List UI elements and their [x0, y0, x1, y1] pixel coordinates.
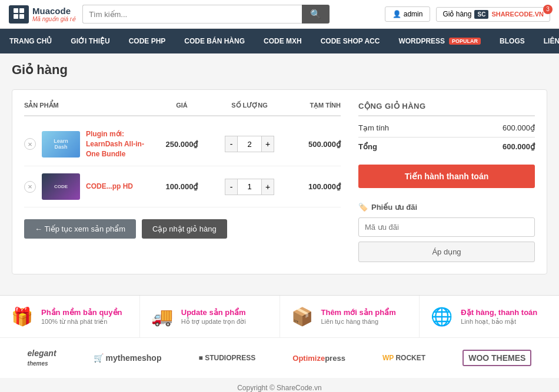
footer: Copyright © ShareCode.vn — [0, 378, 559, 392]
partner-mytheme: 🛒 mythemeshop — [94, 353, 162, 363]
search-button[interactable]: 🔍 — [302, 5, 330, 24]
svg-rect-3 — [19, 14, 24, 19]
nav-trangchu[interactable]: TRANG CHỦ — [0, 29, 61, 53]
qty-plus-1[interactable]: + — [261, 136, 274, 152]
qty-minus-2[interactable]: - — [225, 179, 238, 195]
partners-section: elegantthemes 🛒 mythemeshop ■ STUDIOPRES… — [0, 337, 559, 378]
qty-minus-1[interactable]: - — [225, 136, 238, 152]
nav-wordpress[interactable]: WORDPRESS POPULAR — [389, 29, 490, 53]
feature-icon-2: 📦 — [289, 306, 315, 327]
coupon-input[interactable] — [358, 217, 535, 237]
summary-title: CỘNG GIỎ HÀNG — [358, 102, 535, 116]
table-row: × CODE CODE...pp HD 100.000₫ - + 100.000… — [24, 166, 341, 207]
product-qty-cell-1: - + — [211, 136, 288, 152]
feature-text-0: Phần mềm bản quyền 100% từ nhà phát triể… — [41, 308, 122, 326]
cart-button[interactable]: Giỏ hàng 3 SC SHARECODE.VN — [436, 7, 550, 22]
cart-container: SẢN PHẨM GIÁ SỐ LƯỢNG TẠM TÍNH × LearnDa… — [12, 89, 547, 274]
product-img-label-1: LearnDash — [42, 131, 80, 158]
product-name-1: Plugin mới: LearnDash All-in-One Bundle — [86, 129, 152, 159]
nav-gioithieu[interactable]: GIỚI THIỆU — [61, 29, 119, 53]
product-price-2: 100.000₫ — [152, 182, 211, 191]
feature-text-1: Update sản phẩm Hỗ trợ update trọn đời — [181, 308, 246, 326]
nav-lienhe[interactable]: LIÊN HỆ — [534, 29, 559, 53]
logo-text-container: Muacode Mã nguồn giá rẻ — [32, 6, 75, 22]
feature-icon-3: 🌐 — [428, 306, 455, 327]
feature-desc-2: Liên tục hàng tháng — [321, 318, 396, 326]
product-cell-1: × LearnDash Plugin mới: LearnDash All-in… — [24, 129, 152, 159]
feature-item-0: 🎁 Phần mềm bản quyền 100% từ nhà phát tr… — [0, 296, 140, 337]
coupon-label: 🏷️ Phiếu ưu đãi — [358, 203, 535, 212]
nav-codemxh[interactable]: CODE MXH — [254, 29, 311, 53]
qty-input-1[interactable] — [238, 136, 261, 152]
remove-item-2-button[interactable]: × — [24, 181, 36, 193]
feature-icon-1: 🚚 — [149, 306, 175, 327]
header-right: 👤 admin Giỏ hàng 3 SC SHARECODE.VN — [385, 6, 550, 22]
coupon-section: 🏷️ Phiếu ưu đãi Áp dụng — [358, 203, 535, 262]
header: Muacode Mã nguồn giá rẻ 🔍 👤 admin Giỏ hà… — [0, 0, 559, 29]
feature-item-2: 📦 Thêm mới sản phẩm Liên tục hàng tháng — [280, 296, 420, 337]
partner-woothemes: WOO THEMES — [462, 350, 531, 366]
navigation: TRANG CHỦ GIỚI THIỆU CODE PHP CODE BÁN H… — [0, 29, 559, 53]
cart-logo: SC — [474, 10, 488, 19]
total-value: 600.000₫ — [503, 142, 535, 151]
subtotal-label: Tạm tính — [358, 123, 389, 132]
feature-desc-0: 100% từ nhà phát triển — [41, 318, 122, 326]
feature-text-3: Đặt hàng, thanh toán Linh hoạt, bảo mật — [461, 308, 537, 326]
page-title: Giỏ hàng — [12, 62, 547, 78]
logo[interactable]: Muacode Mã nguồn giá rẻ — [9, 5, 75, 24]
cart-table: SẢN PHẨM GIÁ SỐ LƯỢNG TẠM TÍNH × LearnDa… — [24, 102, 341, 262]
feature-title-2: Thêm mới sản phẩm — [321, 308, 396, 317]
subtotal-value: 600.000₫ — [503, 123, 535, 132]
col-total: TẠM TÍNH — [288, 102, 341, 109]
product-cell-2: × CODE CODE...pp HD — [24, 173, 152, 200]
checkout-button[interactable]: Tiến hành thanh toán — [358, 165, 535, 188]
qty-input-2[interactable] — [238, 179, 261, 195]
nav-codephp[interactable]: CODE PHP — [119, 29, 175, 53]
cart-table-header: SẢN PHẨM GIÁ SỐ LƯỢNG TẠM TÍNH — [24, 102, 341, 116]
cart-actions: ← Tiếp tục xem sản phẩm Cập nhật giỏ hàn… — [24, 219, 341, 239]
nav-badge-popular: POPULAR — [449, 38, 481, 45]
logo-subtitle: Mã nguồn giá rẻ — [32, 16, 75, 22]
table-row: × LearnDash Plugin mới: LearnDash All-in… — [24, 122, 341, 166]
summary-subtotal-row: Tạm tính 600.000₫ — [358, 123, 535, 132]
feature-desc-1: Hỗ trợ update trọn đời — [181, 318, 246, 326]
product-qty-cell-2: - + — [211, 179, 288, 195]
product-img-label-2: CODE — [42, 173, 80, 200]
feature-title-3: Đặt hàng, thanh toán — [461, 308, 537, 317]
admin-button[interactable]: 👤 admin — [385, 6, 431, 22]
nav-codebanhang[interactable]: CODE BÁN HÀNG — [175, 29, 254, 53]
continue-shopping-button[interactable]: ← Tiếp tục xem sản phẩm — [24, 219, 136, 239]
partner-optimizepress: Optimizepress — [292, 354, 345, 363]
product-total-2: 100.000₫ — [288, 182, 341, 191]
qty-plus-2[interactable]: + — [261, 179, 274, 195]
apply-coupon-button[interactable]: Áp dụng — [358, 242, 535, 262]
feature-item-3: 🌐 Đặt hàng, thanh toán Linh hoạt, bảo mậ… — [420, 296, 559, 337]
product-price-1: 250.000₫ — [152, 140, 211, 149]
nav-blogs[interactable]: BLOGS — [490, 29, 534, 53]
copyright: Copyright © ShareCode.vn — [237, 384, 322, 392]
update-cart-button[interactable]: Cập nhật giỏ hàng — [142, 219, 227, 239]
feature-title-0: Phần mềm bản quyền — [41, 308, 122, 317]
col-price: GIÁ — [152, 102, 211, 109]
feature-item-1: 🚚 Update sản phẩm Hỗ trợ update trọn đời — [140, 296, 280, 337]
feature-desc-3: Linh hoạt, bảo mật — [461, 318, 537, 326]
nav-codeshopacc[interactable]: CODE SHOP ACC — [311, 29, 390, 53]
remove-item-1-button[interactable]: × — [24, 138, 36, 150]
feature-title-1: Update sản phẩm — [181, 308, 246, 317]
product-total-1: 500.000₫ — [288, 140, 341, 149]
svg-rect-0 — [14, 8, 18, 13]
summary-total-row: Tổng 600.000₫ — [358, 137, 535, 151]
page-title-section: Giỏ hàng — [0, 53, 559, 83]
search-input[interactable] — [82, 5, 302, 24]
product-name-2: CODE...pp HD — [86, 182, 133, 192]
main-content: SẢN PHẨM GIÁ SỐ LƯỢNG TẠM TÍNH × LearnDa… — [0, 83, 559, 286]
feature-text-2: Thêm mới sản phẩm Liên tục hàng tháng — [321, 308, 396, 326]
admin-label: admin — [404, 10, 423, 18]
feature-icon-0: 🎁 — [9, 306, 35, 327]
features-section: 🎁 Phần mềm bản quyền 100% từ nhà phát tr… — [0, 295, 559, 337]
product-image-1: LearnDash — [42, 131, 80, 158]
cart-summary: CỘNG GIỎ HÀNG Tạm tính 600.000₫ Tổng 600… — [358, 102, 535, 262]
product-image-2: CODE — [42, 173, 80, 200]
cart-badge: 3 — [543, 5, 553, 14]
partner-elegant: elegantthemes — [28, 349, 56, 367]
